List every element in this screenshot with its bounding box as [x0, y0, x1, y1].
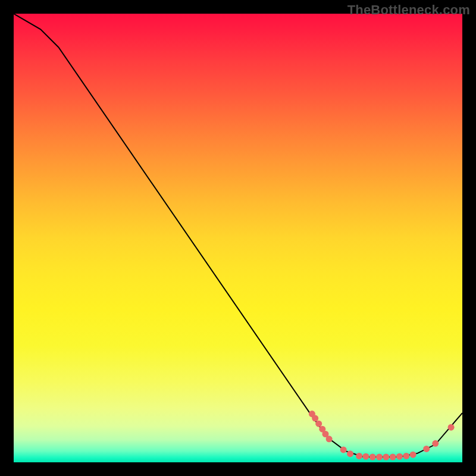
data-marker [383, 454, 389, 461]
data-marker [315, 421, 322, 427]
data-marker [376, 454, 383, 461]
data-marker [340, 446, 347, 453]
marker-group [309, 411, 455, 460]
data-marker [448, 424, 455, 431]
curve-layer [14, 14, 462, 462]
data-marker [362, 453, 369, 460]
data-marker [432, 440, 439, 447]
data-marker [356, 453, 362, 459]
data-marker [410, 452, 416, 458]
data-marker [396, 453, 403, 460]
chart-frame: TheBottleneck.com [0, 0, 476, 476]
data-marker [369, 454, 376, 461]
data-marker [326, 436, 333, 442]
plot-area [14, 14, 462, 462]
data-marker [390, 454, 396, 461]
data-marker [312, 415, 318, 422]
data-marker [347, 450, 353, 457]
bottleneck-curve [14, 14, 462, 457]
data-marker [423, 446, 430, 452]
watermark-text: TheBottleneck.com [347, 2, 470, 18]
data-marker [403, 453, 409, 459]
